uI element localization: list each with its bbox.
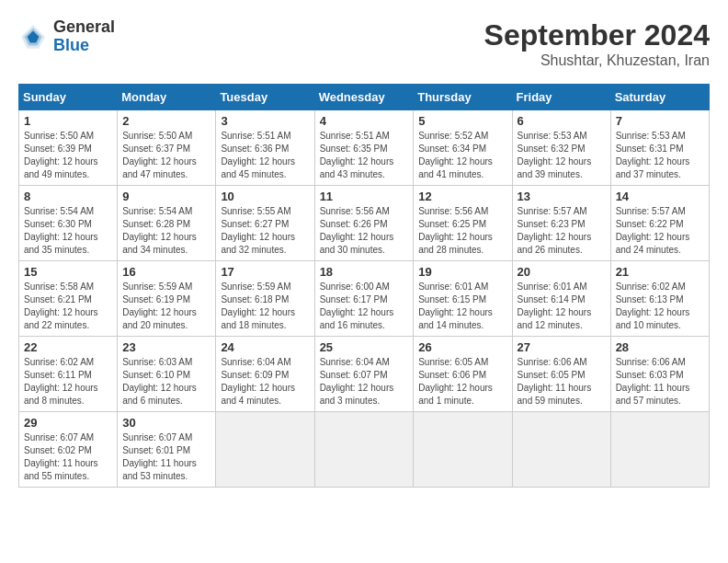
day-info: Sunrise: 5:52 AM Sunset: 6:34 PM Dayligh… xyxy=(418,130,506,181)
day-info: Sunrise: 5:51 AM Sunset: 6:35 PM Dayligh… xyxy=(320,130,409,181)
day-info: Sunrise: 5:51 AM Sunset: 6:36 PM Dayligh… xyxy=(221,130,309,181)
day-info: Sunrise: 5:59 AM Sunset: 6:18 PM Dayligh… xyxy=(221,281,309,332)
weekday-header: Sunday xyxy=(19,85,118,110)
calendar-cell: 15Sunrise: 5:58 AM Sunset: 6:21 PM Dayli… xyxy=(19,261,118,337)
location: Shushtar, Khuzestan, Iran xyxy=(484,52,710,69)
day-info: Sunrise: 5:54 AM Sunset: 6:28 PM Dayligh… xyxy=(122,205,210,257)
page-header: General Blue September 2024 Shushtar, Kh… xyxy=(18,18,710,69)
day-number: 7 xyxy=(616,114,704,128)
logo: General Blue xyxy=(18,18,115,55)
day-number: 10 xyxy=(221,190,309,203)
day-number: 21 xyxy=(616,265,704,279)
day-info: Sunrise: 6:04 AM Sunset: 6:07 PM Dayligh… xyxy=(320,356,409,408)
calendar-row: 8Sunrise: 5:54 AM Sunset: 6:30 PM Daylig… xyxy=(19,186,710,261)
calendar-row: 15Sunrise: 5:58 AM Sunset: 6:21 PM Dayli… xyxy=(19,261,710,337)
day-info: Sunrise: 5:58 AM Sunset: 6:21 PM Dayligh… xyxy=(24,281,112,332)
calendar-cell: 25Sunrise: 6:04 AM Sunset: 6:07 PM Dayli… xyxy=(314,337,414,412)
day-info: Sunrise: 6:06 AM Sunset: 6:03 PM Dayligh… xyxy=(616,356,704,408)
weekday-header: Wednesday xyxy=(314,85,414,110)
day-number: 16 xyxy=(122,265,210,279)
day-number: 2 xyxy=(122,114,210,128)
logo-icon xyxy=(18,22,48,52)
calendar-cell: 6Sunrise: 5:53 AM Sunset: 6:32 PM Daylig… xyxy=(512,110,610,186)
calendar-cell: 5Sunrise: 5:52 AM Sunset: 6:34 PM Daylig… xyxy=(414,110,512,186)
day-info: Sunrise: 5:50 AM Sunset: 6:39 PM Dayligh… xyxy=(24,130,112,181)
day-number: 28 xyxy=(616,340,704,354)
day-number: 5 xyxy=(418,114,506,128)
day-info: Sunrise: 5:53 AM Sunset: 6:31 PM Dayligh… xyxy=(616,130,704,181)
calendar-cell: 19Sunrise: 6:01 AM Sunset: 6:15 PM Dayli… xyxy=(414,261,512,337)
day-info: Sunrise: 6:01 AM Sunset: 6:14 PM Dayligh… xyxy=(518,281,606,332)
day-info: Sunrise: 6:02 AM Sunset: 6:13 PM Dayligh… xyxy=(616,281,704,332)
day-info: Sunrise: 6:07 AM Sunset: 6:02 PM Dayligh… xyxy=(24,431,112,483)
day-info: Sunrise: 6:00 AM Sunset: 6:17 PM Dayligh… xyxy=(320,281,409,332)
calendar-cell: 18Sunrise: 6:00 AM Sunset: 6:17 PM Dayli… xyxy=(314,261,414,337)
day-number: 9 xyxy=(122,190,210,203)
day-number: 1 xyxy=(24,114,112,128)
calendar-cell: 1Sunrise: 5:50 AM Sunset: 6:39 PM Daylig… xyxy=(19,110,118,186)
calendar-cell: 12Sunrise: 5:56 AM Sunset: 6:25 PM Dayli… xyxy=(414,186,512,261)
day-number: 20 xyxy=(518,265,606,279)
day-number: 19 xyxy=(418,265,506,279)
calendar-cell: 26Sunrise: 6:05 AM Sunset: 6:06 PM Dayli… xyxy=(414,337,512,412)
day-info: Sunrise: 5:59 AM Sunset: 6:19 PM Dayligh… xyxy=(122,281,210,332)
calendar-cell: 30Sunrise: 6:07 AM Sunset: 6:01 PM Dayli… xyxy=(118,412,216,488)
day-number: 29 xyxy=(24,416,112,430)
day-info: Sunrise: 5:57 AM Sunset: 6:23 PM Dayligh… xyxy=(518,205,606,257)
logo-general-text: General xyxy=(53,18,115,37)
day-info: Sunrise: 6:01 AM Sunset: 6:15 PM Dayligh… xyxy=(418,281,506,332)
calendar-cell: 27Sunrise: 6:06 AM Sunset: 6:05 PM Dayli… xyxy=(512,337,610,412)
calendar-cell xyxy=(414,412,512,488)
day-info: Sunrise: 5:50 AM Sunset: 6:37 PM Dayligh… xyxy=(122,130,210,181)
month-title: September 2024 xyxy=(484,18,710,52)
calendar-row: 1Sunrise: 5:50 AM Sunset: 6:39 PM Daylig… xyxy=(19,110,710,186)
calendar-cell xyxy=(610,412,709,488)
calendar-row: 22Sunrise: 6:02 AM Sunset: 6:11 PM Dayli… xyxy=(19,337,710,412)
logo-blue-text: Blue xyxy=(53,37,115,55)
day-number: 6 xyxy=(518,114,606,128)
day-info: Sunrise: 6:07 AM Sunset: 6:01 PM Dayligh… xyxy=(122,431,210,483)
calendar-table: SundayMondayTuesdayWednesdayThursdayFrid… xyxy=(18,84,710,488)
day-number: 30 xyxy=(122,416,210,430)
calendar-cell: 21Sunrise: 6:02 AM Sunset: 6:13 PM Dayli… xyxy=(610,261,709,337)
calendar-cell xyxy=(216,412,314,488)
day-info: Sunrise: 5:54 AM Sunset: 6:30 PM Dayligh… xyxy=(24,205,112,257)
calendar-cell xyxy=(314,412,414,488)
day-number: 12 xyxy=(418,190,506,203)
day-info: Sunrise: 5:56 AM Sunset: 6:25 PM Dayligh… xyxy=(418,205,506,257)
calendar-cell: 22Sunrise: 6:02 AM Sunset: 6:11 PM Dayli… xyxy=(19,337,118,412)
calendar-cell: 2Sunrise: 5:50 AM Sunset: 6:37 PM Daylig… xyxy=(118,110,216,186)
day-number: 3 xyxy=(221,114,309,128)
weekday-header: Saturday xyxy=(610,85,709,110)
day-info: Sunrise: 6:04 AM Sunset: 6:09 PM Dayligh… xyxy=(221,356,309,408)
day-info: Sunrise: 6:05 AM Sunset: 6:06 PM Dayligh… xyxy=(418,356,506,408)
calendar-cell: 13Sunrise: 5:57 AM Sunset: 6:23 PM Dayli… xyxy=(512,186,610,261)
day-number: 18 xyxy=(320,265,409,279)
day-info: Sunrise: 5:56 AM Sunset: 6:26 PM Dayligh… xyxy=(320,205,409,257)
calendar-cell: 14Sunrise: 5:57 AM Sunset: 6:22 PM Dayli… xyxy=(610,186,709,261)
calendar-cell: 9Sunrise: 5:54 AM Sunset: 6:28 PM Daylig… xyxy=(118,186,216,261)
title-area: September 2024 Shushtar, Khuzestan, Iran xyxy=(484,18,710,69)
day-number: 24 xyxy=(221,340,309,354)
calendar-cell: 10Sunrise: 5:55 AM Sunset: 6:27 PM Dayli… xyxy=(216,186,314,261)
calendar-cell: 23Sunrise: 6:03 AM Sunset: 6:10 PM Dayli… xyxy=(118,337,216,412)
day-number: 26 xyxy=(418,340,506,354)
day-info: Sunrise: 6:06 AM Sunset: 6:05 PM Dayligh… xyxy=(518,356,606,408)
calendar-cell: 28Sunrise: 6:06 AM Sunset: 6:03 PM Dayli… xyxy=(610,337,709,412)
calendar-cell: 8Sunrise: 5:54 AM Sunset: 6:30 PM Daylig… xyxy=(19,186,118,261)
calendar-row: 29Sunrise: 6:07 AM Sunset: 6:02 PM Dayli… xyxy=(19,412,710,488)
calendar-cell: 3Sunrise: 5:51 AM Sunset: 6:36 PM Daylig… xyxy=(216,110,314,186)
day-info: Sunrise: 5:53 AM Sunset: 6:32 PM Dayligh… xyxy=(518,130,606,181)
day-info: Sunrise: 6:02 AM Sunset: 6:11 PM Dayligh… xyxy=(24,356,112,408)
day-number: 11 xyxy=(320,190,409,203)
calendar-cell: 11Sunrise: 5:56 AM Sunset: 6:26 PM Dayli… xyxy=(314,186,414,261)
day-number: 8 xyxy=(24,190,112,203)
calendar-cell: 29Sunrise: 6:07 AM Sunset: 6:02 PM Dayli… xyxy=(19,412,118,488)
day-number: 15 xyxy=(24,265,112,279)
day-number: 25 xyxy=(320,340,409,354)
day-number: 13 xyxy=(518,190,606,203)
day-info: Sunrise: 6:03 AM Sunset: 6:10 PM Dayligh… xyxy=(122,356,210,408)
day-info: Sunrise: 5:57 AM Sunset: 6:22 PM Dayligh… xyxy=(616,205,704,257)
calendar-cell: 4Sunrise: 5:51 AM Sunset: 6:35 PM Daylig… xyxy=(314,110,414,186)
day-number: 27 xyxy=(518,340,606,354)
